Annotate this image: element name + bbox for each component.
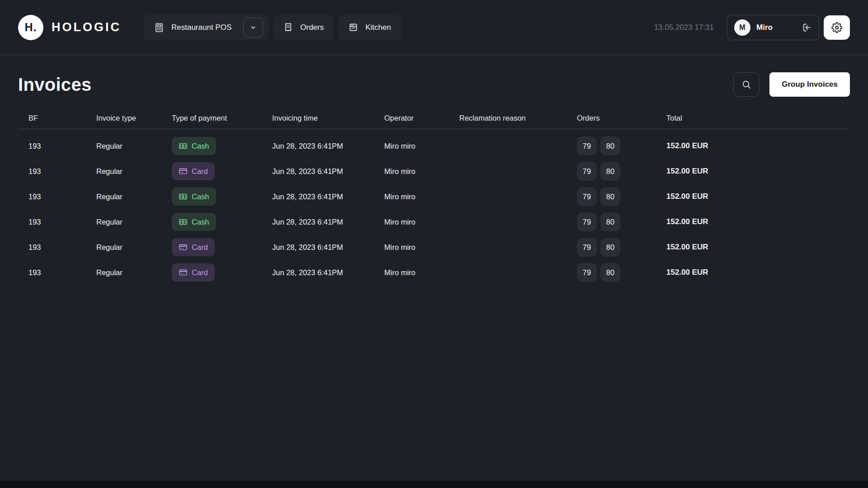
cell-payment: Cash (172, 213, 272, 231)
cell-operator: Miro miro (384, 243, 459, 252)
payment-label: Cash (192, 218, 209, 226)
payment-label: Card (192, 268, 208, 277)
table-row[interactable]: 193 Regular Cash (18, 133, 850, 159)
settings-button[interactable] (824, 15, 850, 40)
pos-dropdown-toggle[interactable] (243, 18, 263, 38)
cash-icon (179, 192, 188, 201)
payment-badge: Cash (172, 137, 216, 155)
main-nav: Restauraunt POS Orders (144, 15, 401, 40)
avatar-initial: M (739, 23, 745, 32)
order-chips: 7980 (577, 212, 666, 231)
order-chip[interactable]: 80 (600, 263, 620, 282)
cell-invoice-type: Regular (96, 192, 172, 201)
cell-bf: 193 (28, 192, 96, 201)
table-header: BFInvoice typeType of paymentInvoicing t… (18, 108, 850, 129)
cell-operator: Miro miro (384, 142, 459, 150)
cash-icon (179, 217, 188, 226)
payment-label: Card (192, 243, 208, 252)
column-header: Orders (577, 114, 666, 122)
cell-operator: Miro miro (384, 192, 459, 201)
order-chips: 7980 (577, 187, 666, 206)
nav-label: Kitchen (365, 23, 391, 32)
order-chips: 7980 (577, 162, 666, 181)
order-chips: 7980 (577, 263, 666, 282)
cell-total: 152.00 EUR (666, 167, 850, 176)
receipt-icon (283, 22, 293, 33)
table-row[interactable]: 193 Regular Cash (18, 184, 850, 209)
order-chip[interactable]: 79 (577, 162, 597, 181)
page-title: Invoices (18, 75, 91, 95)
cell-payment: Cash (172, 137, 272, 155)
table-body: 193 Regular Cash (18, 133, 850, 285)
cell-invoicing-time: Jun 28, 2023 6:41PM (272, 218, 384, 226)
order-chip[interactable]: 80 (600, 187, 620, 206)
cell-total: 152.00 EUR (666, 268, 850, 277)
order-chips: 7980 (577, 238, 666, 257)
avatar: M (734, 19, 750, 36)
cell-bf: 193 (28, 142, 96, 150)
cell-invoice-type: Regular (96, 167, 172, 176)
gear-icon (831, 22, 842, 33)
order-chip[interactable]: 79 (577, 187, 597, 206)
table-row[interactable]: 193 Regular Cash (18, 209, 850, 235)
search-icon (741, 79, 752, 90)
cell-invoice-type: Regular (96, 142, 172, 150)
table-row[interactable]: 193 Regular Card (18, 235, 850, 260)
order-chip[interactable]: 80 (600, 136, 620, 155)
nav-label: Orders (300, 23, 324, 32)
title-row: Invoices Group Invoices (18, 72, 850, 97)
payment-badge: Cash (172, 213, 216, 231)
nav-label: Restauraunt POS (171, 23, 231, 32)
payment-badge: Card (172, 162, 215, 180)
order-chip[interactable]: 80 (600, 238, 620, 257)
chevron-down-icon (249, 23, 258, 32)
cell-invoicing-time: Jun 28, 2023 6:41PM (272, 243, 384, 252)
cell-invoice-type: Regular (96, 218, 172, 226)
cell-operator: Miro miro (384, 167, 459, 176)
cell-total: 152.00 EUR (666, 243, 850, 252)
column-header: BF (28, 114, 96, 122)
card-icon (179, 243, 188, 252)
nav-item-restaurant-pos[interactable]: Restauraunt POS (144, 15, 269, 40)
oven-icon (348, 22, 359, 33)
cell-payment: Card (172, 238, 272, 256)
order-chip[interactable]: 79 (577, 238, 597, 257)
nav-item-orders[interactable]: Orders (273, 15, 334, 40)
user-menu[interactable]: M Miro (727, 15, 819, 40)
cell-bf: 193 (28, 218, 96, 226)
column-header: Type of payment (172, 114, 272, 122)
main-content: Invoices Group Invoices BFInvoice typeTy… (0, 72, 868, 285)
nav-item-kitchen[interactable]: Kitchen (338, 15, 401, 40)
logo: H. HOLOGIC (18, 15, 121, 40)
cell-operator: Miro miro (384, 218, 459, 226)
order-chip[interactable]: 80 (600, 212, 620, 231)
payment-badge: Cash (172, 188, 216, 206)
cell-payment: Card (172, 263, 272, 282)
sign-out-icon (802, 23, 812, 33)
payment-label: Cash (192, 192, 209, 201)
order-chip[interactable]: 79 (577, 212, 597, 231)
payment-label: Card (192, 167, 208, 176)
order-chip[interactable]: 80 (600, 162, 620, 181)
datetime-label: 13.05.2023 17:31 (654, 23, 714, 32)
app-header: H. HOLOGIC Restauraunt POS (0, 0, 868, 55)
order-chip[interactable]: 79 (577, 263, 597, 282)
cell-invoicing-time: Jun 28, 2023 6:41PM (272, 268, 384, 277)
payment-label: Cash (192, 142, 209, 150)
payment-badge: Card (172, 238, 215, 256)
payment-badge: Card (172, 263, 215, 282)
order-chip[interactable]: 79 (577, 136, 597, 155)
column-header: Invoicing time (272, 114, 384, 122)
table-row[interactable]: 193 Regular Card (18, 260, 850, 285)
cell-bf: 193 (28, 167, 96, 176)
cell-invoicing-time: Jun 28, 2023 6:41PM (272, 167, 384, 176)
cell-invoice-type: Regular (96, 243, 172, 252)
logo-mark: H. (18, 15, 43, 40)
title-actions: Group Invoices (733, 72, 850, 97)
table-row[interactable]: 193 Regular Card (18, 159, 850, 184)
cell-invoicing-time: Jun 28, 2023 6:41PM (272, 192, 384, 201)
column-header: Total (666, 114, 850, 122)
logo-monogram: H. (25, 21, 37, 34)
search-button[interactable] (733, 72, 760, 97)
group-invoices-button[interactable]: Group Invoices (769, 72, 850, 97)
